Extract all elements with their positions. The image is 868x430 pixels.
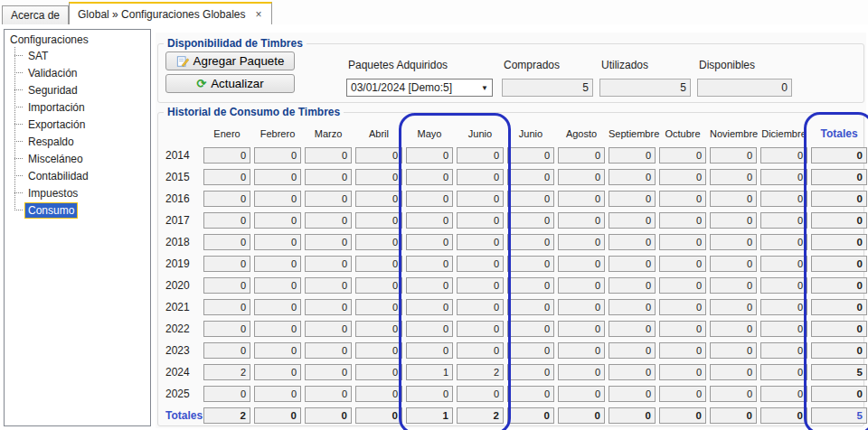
cell-2018-junio-6: 0 [507,234,554,250]
cell-2025-total: 0 [811,386,867,402]
cell-totales-febrero-1: 0 [254,407,301,424]
cell-2021-marzo-2: 0 [305,299,352,315]
cell-2022-diciembre-11: 0 [760,321,807,337]
cell-2020-noviembre-10: 0 [710,277,757,294]
cell-2023-septiembre-8: 0 [609,342,656,359]
tree-connector [14,210,23,210]
cell-2021-febrero-1: 0 [254,299,301,315]
col-header-noviembre-10: Noviembre [710,128,757,139]
packages-acquired-label: Paquetes Adquiridos [348,59,448,71]
tree-connector [14,89,23,90]
row-label-2019: 2019 [162,257,200,270]
cell-2025-octubre-9: 0 [659,386,706,402]
cell-2023-noviembre-10: 0 [710,342,757,359]
cell-2017-enero-0: 0 [203,212,250,229]
tree-connector [14,141,23,142]
cell-2025-junio-6: 0 [507,386,554,402]
cell-2024-noviembre-10: 0 [710,364,757,380]
cell-2025-junio-5: 0 [457,386,504,402]
utilizados-field: 5 [599,79,691,97]
comprados-field: 5 [502,79,593,97]
cell-2025-noviembre-10: 0 [710,386,757,402]
cell-2019-septiembre-8: 0 [609,256,656,272]
cell-2025-mayo-4: 0 [406,386,453,402]
cell-2022-marzo-2: 0 [305,321,352,337]
cell-2020-mayo-4: 0 [406,277,453,294]
sidebar-item-contabilidad[interactable]: Contabilidad [14,167,148,184]
sidebar-item-impuestos[interactable]: Impuestos [14,184,148,201]
cell-2014-agosto-7: 0 [558,147,605,164]
history-group-title: Historial de Consumo de Timbres [164,106,344,118]
cell-2020-marzo-2: 0 [305,277,352,294]
sidebar-item-consumo[interactable]: Consumo [14,201,148,219]
cell-2023-marzo-2: 0 [305,342,352,359]
cell-totales-enero-0: 2 [203,407,250,424]
add-package-button[interactable]: Agregar Paquete [165,51,295,70]
cell-2016-enero-0: 0 [203,191,250,207]
cell-2022-septiembre-8: 0 [609,321,656,337]
disponibles-field: 0 [697,79,792,97]
row-label-2017: 2017 [162,214,200,227]
close-icon[interactable]: × [254,9,262,20]
row-label-2018: 2018 [162,236,200,248]
tab-label: Acerca de [11,9,60,22]
add-package-label: Agregar Paquete [193,54,285,68]
tab-configuraciones-globales[interactable]: Global » Configuraciones Globales × [69,2,271,24]
cell-totales-abril-3: 0 [355,407,402,424]
cell-2019-marzo-2: 0 [305,256,352,272]
sidebar-item-respaldo[interactable]: Respaldo [14,133,148,150]
sidebar-item-importacio-n[interactable]: Importación [14,98,148,116]
cell-totales-junio-5: 2 [457,407,504,424]
cell-totales-marzo-2: 0 [305,407,352,424]
sidebar-item-miscela-neo[interactable]: Misceláneo [14,150,148,167]
packages-acquired-select[interactable]: 03/01/2024 [Demo:5] ▼ [346,79,493,97]
sidebar-item-exportacio-n[interactable]: Exportación [14,116,148,133]
cell-totales-agosto-7: 0 [558,407,605,424]
cell-2024-septiembre-8: 0 [609,364,656,380]
cell-2018-marzo-2: 0 [305,234,352,250]
availability-group: Disponibilidad de Timbres Agregar Paquet… [157,43,864,103]
cell-2019-octubre-9: 0 [659,256,706,272]
cell-2019-junio-5: 0 [457,256,504,272]
row-label-2023: 2023 [162,344,200,357]
cell-2024-agosto-7: 0 [558,364,605,380]
cell-totales-noviembre-10: 0 [710,407,757,424]
sidebar-item-label: Exportación [24,117,89,133]
cell-2017-junio-6: 0 [507,212,554,229]
cell-totales-septiembre-8: 0 [609,407,656,424]
tab-acerca-de[interactable]: Acerca de [2,5,69,24]
cell-2015-marzo-2: 0 [305,169,352,185]
cell-2020-septiembre-8: 0 [609,277,656,294]
cell-2018-diciembre-11: 0 [760,234,807,250]
cell-2024-abril-3: 0 [355,364,402,380]
row-label-2022: 2022 [162,322,200,335]
cell-2017-diciembre-11: 0 [760,212,807,229]
sidebar-item-seguridad[interactable]: Seguridad [14,81,148,98]
row-label-2024: 2024 [162,366,200,379]
cell-2018-abril-3: 0 [355,234,402,250]
refresh-button[interactable]: ⟳ Actualizar [165,74,295,93]
sidebar-item-sat[interactable]: SAT [14,47,148,64]
cell-2022-total: 0 [811,321,867,337]
cell-2019-agosto-7: 0 [558,256,605,272]
tree-connector [14,72,23,73]
sidebar-item-label: Contabilidad [24,168,92,184]
cell-2014-septiembre-8: 0 [609,147,656,164]
sidebar-item-validacio-n[interactable]: Validación [14,64,148,81]
sidebar-root-configuraciones[interactable]: Configuraciones [8,33,148,47]
cell-2019-febrero-1: 0 [254,256,301,272]
cell-2024-marzo-2: 0 [305,364,352,380]
cell-2021-agosto-7: 0 [558,299,605,315]
tree-connector [14,124,23,125]
cell-2023-abril-3: 0 [355,342,402,359]
cell-2018-octubre-9: 0 [659,234,706,250]
cell-2021-diciembre-11: 0 [760,299,807,315]
cell-2014-noviembre-10: 0 [710,147,757,164]
cell-2019-noviembre-10: 0 [710,256,757,272]
cell-2020-total: 0 [811,277,867,294]
cell-2023-agosto-7: 0 [558,342,605,359]
history-group: Historial de Consumo de Timbres EneroFeb… [157,112,864,426]
cell-2015-octubre-9: 0 [659,169,706,185]
cell-2021-enero-0: 0 [203,299,250,315]
col-header-agosto-7: Agosto [558,128,605,139]
